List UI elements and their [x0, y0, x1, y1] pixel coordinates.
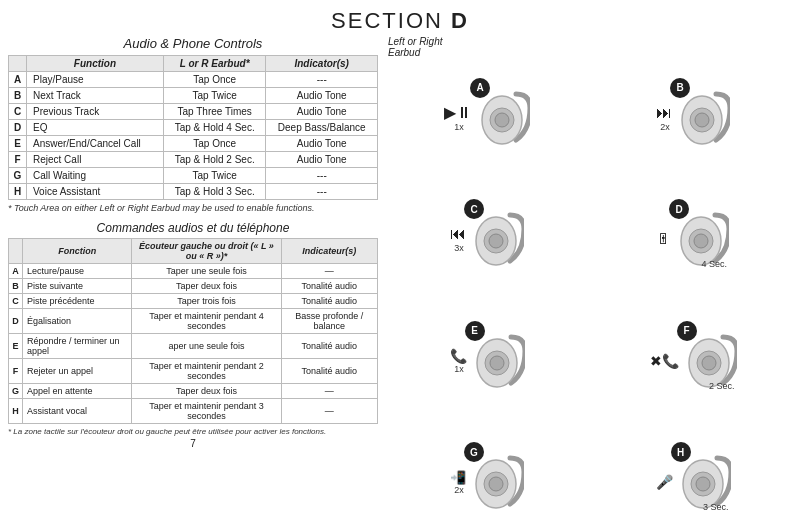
row-function-fr: Appel en attente [23, 384, 132, 399]
row-function-fr: Piste suivante [23, 279, 132, 294]
phone-icon: 📞 [450, 348, 467, 364]
svg-point-23 [696, 477, 710, 491]
time-label: 3 Sec. [703, 502, 729, 512]
svg-point-14 [490, 356, 504, 370]
diagram-c: ⏮ 3x C [388, 182, 586, 298]
svg-point-8 [489, 234, 503, 248]
row-action-fr: aper une seule fois [132, 334, 281, 359]
row-letter-fr: E [9, 334, 23, 359]
svg-point-11 [694, 234, 708, 248]
col-action: L or R Earbud* [163, 56, 266, 72]
row-letter-fr: A [9, 264, 23, 279]
row-function-fr: Répondre / terminer un appel [23, 334, 132, 359]
row-indicator-fr: — [281, 264, 377, 279]
svg-point-17 [702, 356, 716, 370]
tap-count: 2x [454, 485, 464, 495]
letter-badge: E [465, 321, 485, 341]
row-action-fr: Taper et maintenir pendant 4 secondes [132, 309, 281, 334]
svg-point-2 [495, 113, 509, 127]
row-indicator-fr: Tonalité audio [281, 359, 377, 384]
row-function-fr: Égalisation [23, 309, 132, 334]
row-action: Tap Twice [163, 88, 266, 104]
col-indicateur: Indicateur(s) [281, 239, 377, 264]
subtitle-fr: Commandes audios et du téléphone [8, 221, 378, 235]
row-indicator-fr: — [281, 384, 377, 399]
row-function: EQ [27, 120, 164, 136]
letter-badge: A [470, 78, 490, 98]
subtitle-en: Audio & Phone Controls [8, 36, 378, 51]
en-controls-table: Function L or R Earbud* Indicator(s) A P… [8, 55, 378, 200]
page-title: SECTION D [0, 8, 800, 34]
table-row: G Call Waiting Tap Twice --- [9, 168, 378, 184]
row-indicator-fr: Tonalité audio [281, 294, 377, 309]
row-function: Answer/End/Cancel Call [27, 136, 164, 152]
tap-count: 2x [660, 122, 670, 132]
row-letter-fr: H [9, 399, 23, 424]
tap-count: 1x [454, 364, 464, 374]
table-row: A Play/Pause Tap Once --- [9, 72, 378, 88]
col-function: Function [27, 56, 164, 72]
letter-badge: F [677, 321, 697, 341]
row-function: Previous Track [27, 104, 164, 120]
tap-count: 3x [454, 243, 464, 253]
table-row-fr: D Égalisation Taper et maintenir pendant… [9, 309, 378, 334]
row-action: Tap Three Times [163, 104, 266, 120]
col-fonction: Fonction [23, 239, 132, 264]
row-function-fr: Lecture/pause [23, 264, 132, 279]
row-letter-fr: B [9, 279, 23, 294]
row-indicator: Audio Tone [266, 88, 378, 104]
row-action-fr: Taper deux fois [132, 384, 281, 399]
table-row-fr: A Lecture/pause Taper une seule fois — [9, 264, 378, 279]
row-indicator: --- [266, 168, 378, 184]
table-row-fr: G Appel en attente Taper deux fois — [9, 384, 378, 399]
row-action-fr: Taper et maintenir pendant 3 secondes [132, 399, 281, 424]
row-indicator-fr: Tonalité audio [281, 279, 377, 294]
row-letter-fr: G [9, 384, 23, 399]
row-letter: G [9, 168, 27, 184]
row-letter: A [9, 72, 27, 88]
next-track-icon: ⏭ [656, 104, 672, 122]
row-action: Tap & Hold 2 Sec. [163, 152, 266, 168]
row-action-fr: Taper une seule fois [132, 264, 281, 279]
prev-track-icon: ⏮ [450, 225, 466, 243]
row-indicator: Audio Tone [266, 136, 378, 152]
svg-point-20 [489, 477, 503, 491]
row-indicator: --- [266, 72, 378, 88]
row-function-fr: Assistant vocal [23, 399, 132, 424]
call-wait-icon: 📲 [450, 470, 466, 485]
row-letter-fr: C [9, 294, 23, 309]
row-function: Voice Assistant [27, 184, 164, 200]
table-row: F Reject Call Tap & Hold 2 Sec. Audio To… [9, 152, 378, 168]
letter-badge: B [670, 78, 690, 98]
row-action: Tap & Hold 3 Sec. [163, 184, 266, 200]
row-action-fr: Taper deux fois [132, 279, 281, 294]
eq-icon: 🎚 [657, 231, 671, 247]
row-function: Next Track [27, 88, 164, 104]
diagrams-label: Left or RightEarbud [388, 36, 792, 58]
table-row: E Answer/End/Cancel Call Tap Once Audio … [9, 136, 378, 152]
row-function: Play/Pause [27, 72, 164, 88]
row-letter-fr: D [9, 309, 23, 334]
row-indicator-fr: Basse profonde / balance [281, 309, 377, 334]
table-row: C Previous Track Tap Three Times Audio T… [9, 104, 378, 120]
diagram-a: ▶⏸ 1x A [388, 60, 586, 176]
row-action: Tap Once [163, 72, 266, 88]
row-letter: E [9, 136, 27, 152]
table-row: D EQ Tap & Hold 4 Sec. Deep Bass/Balance [9, 120, 378, 136]
time-label: 2 Sec. [709, 381, 735, 391]
row-function: Reject Call [27, 152, 164, 168]
row-indicator-fr: Tonalité audio [281, 334, 377, 359]
row-indicator-fr: — [281, 399, 377, 424]
row-action-fr: Taper trois fois [132, 294, 281, 309]
row-indicator: --- [266, 184, 378, 200]
row-letter-fr: F [9, 359, 23, 384]
row-letter: F [9, 152, 27, 168]
page-number: 7 [8, 438, 378, 449]
col-indicator: Indicator(s) [266, 56, 378, 72]
diagram-b: ⏭ 2x B [594, 60, 792, 176]
reject-icon: ✖📞 [650, 353, 679, 369]
row-letter: C [9, 104, 27, 120]
row-action-fr: Taper et maintenir pendant 2 secondes [132, 359, 281, 384]
diagram-f: ✖📞 F 2 Sec. [594, 303, 792, 419]
row-indicator: Audio Tone [266, 152, 378, 168]
